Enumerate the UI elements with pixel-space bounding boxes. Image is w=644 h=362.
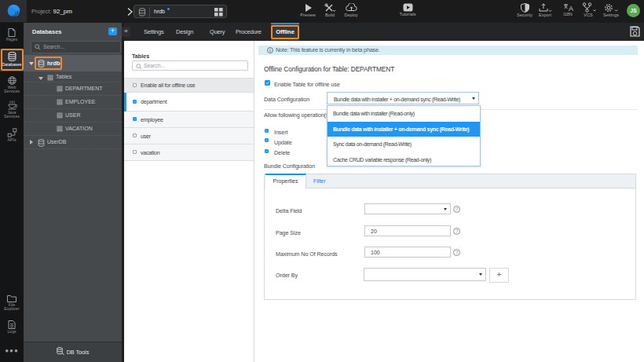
svg-text:A: A — [569, 5, 573, 12]
